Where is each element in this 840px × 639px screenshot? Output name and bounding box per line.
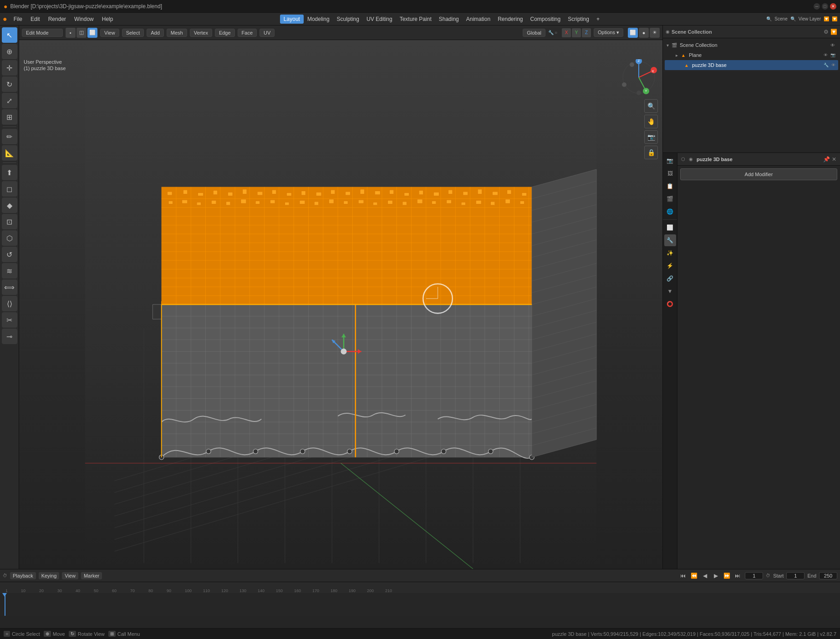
outliner-visibility-icon[interactable]: 👁 — [829, 41, 836, 49]
prop-world-btn[interactable]: 🌐 — [664, 206, 676, 218]
x-axis-btn[interactable]: X — [562, 28, 571, 37]
outliner-plane-restrict[interactable]: 👁 — [824, 53, 828, 57]
current-frame-input[interactable] — [745, 572, 763, 579]
prop-material-btn[interactable]: ⭕ — [664, 298, 676, 310]
outliner-plane[interactable]: ▸ ▲ Plane 👁 📷 — [665, 50, 838, 60]
tool-rotate[interactable]: ↻ — [2, 76, 17, 92]
menu-edit[interactable]: Edit — [27, 15, 44, 24]
tl-next-frame-btn[interactable]: ⏩ — [722, 571, 731, 580]
workspace-modeling-tab[interactable]: Modeling — [304, 15, 333, 24]
select-menu[interactable]: Select — [122, 29, 144, 37]
tool-select[interactable]: ↖ — [2, 27, 17, 43]
prop-physics-btn[interactable]: ⚡ — [664, 260, 676, 272]
tool-bevel[interactable]: ◆ — [2, 198, 17, 213]
end-frame-input[interactable] — [819, 572, 837, 579]
uv-menu[interactable]: UV — [260, 29, 275, 37]
timeline-track[interactable] — [0, 593, 840, 616]
prop-close-btn[interactable]: ✕ — [832, 156, 836, 162]
viewport[interactable]: Edit Mode ▪ ◫ ⬜ View Select Add Mesh Ver… — [19, 25, 662, 569]
workspace-sculpting-tab[interactable]: Sculpting — [333, 15, 363, 24]
rendered-btn[interactable]: ☀ — [650, 28, 660, 38]
workspace-scripting-tab[interactable]: Scripting — [564, 15, 593, 24]
prop-render-btn[interactable]: 📷 — [664, 155, 676, 167]
zoom-out-btn[interactable]: 🤚 — [644, 115, 658, 128]
tool-smooth[interactable]: ≋ — [2, 263, 17, 279]
prop-pin-btn[interactable]: 📌 — [823, 156, 830, 162]
solid-shading-btn[interactable]: ⬜ — [628, 28, 638, 38]
options-btn[interactable]: Options ▾ — [594, 28, 623, 37]
menu-window[interactable]: Window — [71, 15, 97, 24]
workspace-uvediting-tab[interactable]: UV Editing — [363, 15, 396, 24]
camera-btn[interactable]: 📷 — [644, 130, 658, 144]
outliner-scene-collection[interactable]: ▾ 🎬 Scene Collection 👁 — [665, 40, 838, 50]
tool-knife[interactable]: ✂ — [2, 312, 17, 328]
prop-modifier-btn[interactable]: 🔧 — [664, 234, 676, 246]
add-menu[interactable]: Add — [147, 29, 164, 37]
outliner-plane-camera[interactable]: 📷 — [830, 53, 835, 57]
tool-transform[interactable]: ⊞ — [2, 109, 17, 125]
z-axis-btn[interactable]: Z — [582, 28, 591, 37]
workspace-texturepaint-tab[interactable]: Texture Paint — [396, 15, 435, 24]
viewport-canvas[interactable]: User Perspective (1) puzzle 3D base X Y — [19, 40, 662, 569]
material-preview-btn[interactable]: ● — [639, 28, 649, 38]
minimize-btn[interactable]: ─ — [814, 3, 820, 10]
workspace-animation-tab[interactable]: Animation — [463, 15, 494, 24]
mode-selector[interactable]: Edit Mode — [22, 29, 63, 37]
prop-constraints-btn[interactable]: 🔗 — [664, 273, 676, 284]
prop-data-btn[interactable]: ▼ — [664, 285, 676, 297]
maximize-btn[interactable]: □ — [822, 3, 828, 10]
vertex-mode-btn[interactable]: ▪ — [66, 28, 76, 38]
tl-play-btn[interactable]: ▶ — [711, 571, 720, 580]
tool-measure[interactable]: 📐 — [2, 145, 17, 161]
y-axis-btn[interactable]: Y — [572, 28, 581, 37]
tool-shear[interactable]: ⟨⟩ — [2, 296, 17, 311]
prop-scene-btn[interactable]: 🎬 — [664, 193, 676, 205]
prop-output-btn[interactable]: 🖼 — [664, 167, 676, 179]
outliner-puzzle-base[interactable]: ▲ puzzle 3D base 🔧 👁 — [665, 60, 838, 70]
tool-inset[interactable]: ◻ — [2, 181, 17, 197]
tool-scale[interactable]: ⤢ — [2, 93, 17, 108]
tool-polypen[interactable]: ⬡ — [2, 230, 17, 246]
outliner-puzzle-restrict2[interactable]: 👁 — [831, 63, 835, 67]
workspace-layout-tab[interactable]: Layout — [280, 15, 304, 24]
outliner-sync-btn[interactable]: 🔽 — [830, 29, 837, 35]
workspace-add-tab[interactable]: + — [593, 15, 603, 24]
face-mode-btn[interactable]: ⬜ — [87, 28, 97, 38]
tool-shrink-fatten[interactable]: ⟺ — [2, 279, 17, 295]
menu-help[interactable]: Help — [98, 15, 117, 24]
keying-menu[interactable]: Keying — [39, 572, 60, 579]
viewport-gizmo[interactable]: X Y Z — [621, 59, 657, 96]
marker-menu[interactable]: Marker — [81, 572, 102, 579]
view-menu-tl[interactable]: View — [62, 572, 78, 579]
outliner-filter-btn[interactable]: ⚙ — [824, 29, 829, 35]
prop-particles-btn[interactable]: ✨ — [664, 247, 676, 259]
timeline-playhead[interactable] — [5, 593, 5, 616]
workspace-rendering-tab[interactable]: Rendering — [494, 15, 526, 24]
prop-viewlayer-btn[interactable]: 📋 — [664, 180, 676, 192]
workspace-compositing-tab[interactable]: Compositing — [527, 15, 565, 24]
tl-prev-frame-btn[interactable]: ⏪ — [689, 571, 698, 580]
tool-annotate[interactable]: ✏ — [2, 129, 17, 144]
tl-skip-end-btn[interactable]: ⏭ — [733, 571, 742, 580]
vertex-menu[interactable]: Vertex — [190, 29, 212, 37]
tool-spin[interactable]: ↺ — [2, 247, 17, 262]
outliner-puzzle-modifier[interactable]: 🔧 — [824, 63, 829, 67]
menu-file[interactable]: File — [10, 15, 26, 24]
tool-cursor[interactable]: ⊕ — [2, 44, 17, 59]
close-btn[interactable]: ✕ — [830, 3, 836, 10]
tl-skip-start-btn[interactable]: ⏮ — [678, 571, 687, 580]
prop-object-btn[interactable]: ⬜ — [664, 222, 676, 233]
lock-camera-btn[interactable]: 🔒 — [644, 146, 658, 159]
tl-play-rev-btn[interactable]: ◀ — [700, 571, 709, 580]
transform-space[interactable]: Global — [523, 29, 545, 37]
face-menu[interactable]: Face — [238, 29, 257, 37]
mesh-menu[interactable]: Mesh — [167, 29, 187, 37]
menu-render[interactable]: Render — [45, 15, 70, 24]
add-modifier-button[interactable]: Add Modifier — [680, 168, 837, 180]
tool-extrude[interactable]: ⬆ — [2, 165, 17, 180]
tool-move[interactable]: ✛ — [2, 60, 17, 76]
edge-menu[interactable]: Edge — [215, 29, 235, 37]
start-frame-input[interactable] — [786, 572, 804, 579]
workspace-shading-tab[interactable]: Shading — [435, 15, 463, 24]
tool-loopcut[interactable]: ⊡ — [2, 214, 17, 229]
